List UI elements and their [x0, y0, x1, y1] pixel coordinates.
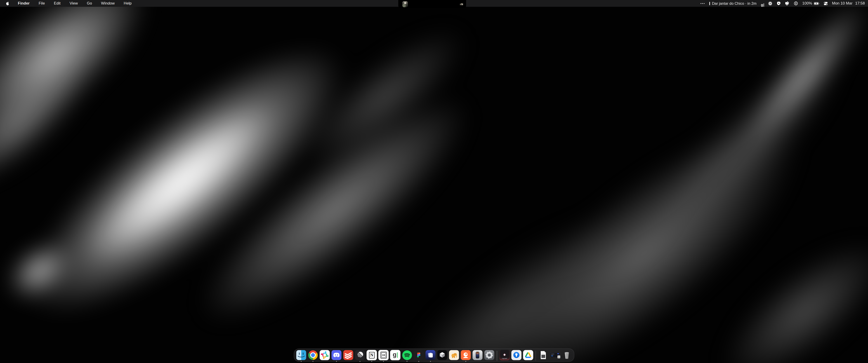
discord-icon [331, 350, 342, 360]
running-indicator [465, 361, 466, 362]
running-indicator [430, 361, 431, 362]
sunburst-icon [768, 2, 772, 5]
dock: N 10 g [294, 349, 575, 362]
running-indicator [301, 361, 302, 362]
clock-time: 17:58 [855, 1, 865, 6]
dock-item-system-settings[interactable] [484, 350, 495, 362]
menu-bar-left: Finder File Edit View Go Window Help [0, 0, 136, 7]
control-center-menu-item[interactable] [824, 0, 828, 7]
clock-date: Mon 10 Mar [832, 1, 852, 6]
figma-icon [414, 350, 424, 360]
notch-area [398, 0, 466, 8]
screen-studio-icon [426, 350, 436, 360]
event-reminder[interactable]: Dar jantar do Chico · in 2m [709, 0, 756, 7]
dock-item-postman[interactable] [461, 350, 471, 362]
dock-item-google-chrome[interactable] [308, 350, 318, 362]
dock-separator [535, 351, 536, 361]
dock-item-granola[interactable]: g [390, 350, 401, 362]
dock-item-raycast[interactable]: raycast [499, 350, 510, 362]
granola-menu-item[interactable]: g [761, 0, 764, 7]
menu-bar-status: Dar jantar do Chico · in 2m g [700, 0, 868, 7]
menu-bar-clock[interactable]: Mon 10 Mar 17:58 [832, 0, 865, 7]
desktop-wallpaper [0, 0, 868, 363]
display-menu-item[interactable] [785, 0, 789, 7]
overflow-ellipsis-icon[interactable] [700, 0, 705, 7]
dock-item-spotify[interactable] [402, 350, 412, 362]
dock-item-document-file[interactable] [538, 350, 549, 362]
apple-logo-icon [6, 1, 9, 5]
event-reminder-text: Dar jantar do Chico · in 2m [712, 1, 756, 6]
running-indicator [383, 361, 384, 362]
dock-item-finder[interactable] [296, 350, 307, 362]
system-settings-gear-icon [484, 350, 495, 360]
trash-icon [562, 350, 572, 360]
battery-charging-icon [814, 2, 819, 5]
running-indicator [407, 361, 408, 362]
linear-icon [355, 350, 365, 360]
menu-go[interactable]: Go [82, 0, 96, 7]
running-indicator [360, 361, 361, 362]
menu-finder[interactable]: Finder [13, 0, 34, 7]
dock-item-screenshot-file[interactable]: 11 [550, 350, 560, 362]
pick-shape-icon [776, 1, 781, 5]
sunburst-menu-item[interactable] [768, 0, 772, 7]
granola-cursor-icon [764, 3, 764, 7]
dock-item-trash[interactable] [562, 350, 572, 362]
pick-menu-item[interactable] [776, 0, 781, 7]
screenshot-thumbnail: 11 [550, 350, 560, 360]
1password-icon [511, 350, 522, 360]
dock-item-notion[interactable]: N [367, 350, 377, 362]
notion-icon: N [367, 350, 377, 360]
dock-item-discord[interactable] [331, 350, 342, 362]
menu-view[interactable]: View [65, 0, 83, 7]
wallpaper-bands [0, 0, 868, 363]
dock-item-notion-calendar[interactable]: 10 [378, 350, 389, 362]
todoist-icon [343, 350, 353, 360]
notch-avatar[interactable] [402, 1, 408, 7]
running-indicator [313, 361, 313, 362]
granola-icon: g [390, 350, 401, 360]
dock-item-linear[interactable] [355, 350, 365, 362]
battery-percent: 100% [802, 1, 812, 6]
1password-keyhole-icon [794, 1, 798, 5]
event-flag-icon [709, 2, 710, 5]
menu-help[interactable]: Help [119, 0, 136, 7]
dock-separator [497, 351, 497, 361]
slack-icon [320, 350, 330, 360]
apple-menu[interactable] [5, 0, 13, 7]
raycast-icon: raycast [499, 350, 510, 360]
dock-item-1password[interactable] [511, 350, 522, 362]
finder-icon [296, 350, 307, 360]
menu-edit[interactable]: Edit [49, 0, 65, 7]
dock-item-iphone-mirroring[interactable] [472, 350, 483, 362]
postman-icon [461, 350, 471, 360]
notion-calendar-icon: 10 [378, 350, 389, 360]
onepassword-menu-item[interactable] [794, 0, 798, 7]
granola-glyph: g [761, 3, 763, 7]
dock-item-elephas[interactable] [449, 350, 459, 362]
dock-item-todoist[interactable] [343, 350, 353, 362]
dock-item-google-drive[interactable] [523, 350, 533, 362]
dock-item-screen-studio[interactable] [426, 350, 436, 362]
display-mirroring-icon [785, 1, 789, 5]
iphone-mirroring-icon [472, 350, 483, 360]
dock-item-spline[interactable] [437, 350, 447, 362]
control-center-icon [824, 2, 828, 5]
menu-window[interactable]: Window [96, 0, 119, 7]
chrome-icon [308, 350, 318, 360]
spotify-icon [402, 350, 412, 360]
dock-item-slack[interactable] [320, 350, 330, 362]
elephas-elephant-icon [449, 350, 459, 360]
calendar-badge: 11 [557, 355, 560, 359]
document-file-icon [538, 350, 549, 360]
running-indicator [418, 361, 419, 362]
running-indicator [371, 361, 372, 362]
raycast-sparkle-icon [503, 354, 506, 356]
battery-status[interactable]: 100% [802, 0, 819, 7]
notch-activity-bars-icon[interactable] [460, 3, 463, 5]
spline-icon [437, 350, 447, 360]
dock-item-figma[interactable] [414, 350, 424, 362]
menu-file[interactable]: File [34, 0, 49, 7]
running-indicator [336, 361, 337, 362]
google-drive-icon [523, 350, 533, 360]
